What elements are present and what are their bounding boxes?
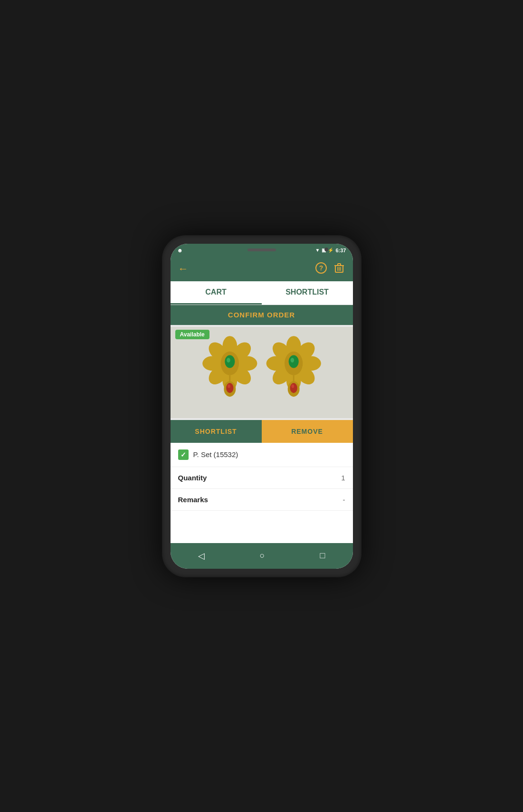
phone-frame: ☻ ▼ ▣ ⚡ 6:37 ← ? [162,235,361,577]
confirm-order-bar[interactable]: CONFIRM ORDER [171,305,353,325]
nav-recent-button[interactable]: □ [311,549,335,563]
remarks-row: Remarks - [171,489,353,511]
svg-point-37 [290,383,297,393]
status-left: ☻ [177,247,183,254]
product-name-row: ✓ P. Set (15532) [171,443,353,467]
product-image-container: Available [171,325,353,420]
nav-back-button[interactable]: ◁ [189,549,214,563]
product-name: P. Set (15532) [193,450,238,459]
bottom-nav: ◁ ○ □ [171,543,353,569]
earring-illustration [171,325,353,420]
android-icon: ☻ [177,247,183,254]
status-right: ▼ ▣ ⚡ 6:37 [315,248,346,253]
back-button[interactable]: ← [178,263,189,275]
speaker [247,248,276,251]
top-bar: ← ? [171,257,353,281]
tab-cart[interactable]: CART [171,281,262,305]
available-badge: Available [175,330,209,339]
time-display: 6:37 [335,248,346,253]
quantity-row: Quantity 1 [171,467,353,489]
svg-point-34 [290,358,294,363]
camera [324,248,328,251]
wifi-icon: ▼ [315,248,320,253]
battery-icon: ⚡ [328,248,333,253]
product-image [171,325,353,420]
checkbox-checked[interactable]: ✓ [178,449,189,460]
product-details: ✓ P. Set (15532) Quantity 1 Remarks - [171,443,353,543]
tabs-container: CART SHORTLIST [171,281,353,305]
svg-point-22 [226,383,233,393]
shortlist-button[interactable]: SHORTLIST [171,420,262,443]
tab-shortlist[interactable]: SHORTLIST [262,281,353,305]
quantity-value: 1 [341,474,345,482]
remarks-label: Remarks [178,496,208,504]
svg-point-19 [227,358,230,363]
confirm-order-label: CONFIRM ORDER [228,311,295,319]
phone-screen: ☻ ▼ ▣ ⚡ 6:37 ← ? [171,244,353,569]
svg-rect-4 [338,264,341,266]
top-right-icons: ? [315,262,345,277]
nav-home-button[interactable]: ○ [250,549,275,563]
svg-point-38 [291,384,294,388]
help-button[interactable]: ? [315,262,327,277]
remove-button[interactable]: REMOVE [262,420,353,443]
svg-point-23 [228,384,230,388]
svg-rect-8 [171,327,353,418]
check-mark: ✓ [181,451,186,459]
remarks-value: - [343,496,345,504]
svg-text:?: ? [319,264,323,272]
action-buttons: SHORTLIST REMOVE [171,420,353,443]
trash-button[interactable] [333,262,345,277]
quantity-label: Quantity [178,474,207,482]
